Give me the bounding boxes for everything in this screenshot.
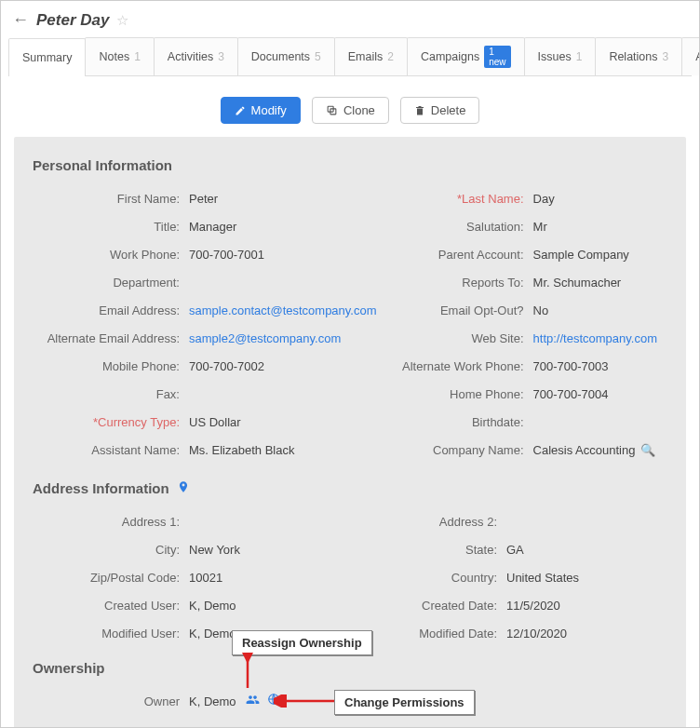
clone-button[interactable]: Clone: [312, 97, 389, 124]
favorite-star-icon[interactable]: ☆: [116, 12, 128, 29]
home-phone-value: 700-700-7004: [533, 387, 609, 401]
parent-account-value: Sample Company: [533, 248, 629, 262]
website-value[interactable]: http://testcompany.com: [533, 331, 657, 345]
tab-summary[interactable]: Summary: [8, 38, 86, 76]
salutation-value: Mr: [533, 220, 547, 234]
state-value: GA: [506, 543, 524, 557]
reports-to-value: Mr. Schumacher: [533, 276, 622, 290]
email-optout-label: Email Opt-Out?: [377, 303, 533, 317]
tab-documents[interactable]: Documents5: [237, 37, 335, 75]
alt-email-label: Alternate Email Address:: [33, 331, 189, 345]
tab-campaigns[interactable]: Campaigns1 new: [407, 37, 525, 75]
reports-to-label: Reports To:: [377, 276, 533, 290]
assistant-label: Assistant Name:: [33, 443, 189, 457]
zip-value: 10021: [189, 571, 222, 585]
action-bar: Modify Clone Delete: [1, 76, 699, 137]
owner-label: Owner: [33, 694, 189, 708]
tab-bar: Summary Notes1 Activities3 Documents5 Em…: [8, 37, 692, 76]
city-label: City:: [33, 543, 189, 557]
callout-permissions: Change Permissions: [334, 690, 475, 715]
birthdate-label: Birthdate:: [377, 415, 533, 429]
pencil-icon: [235, 105, 246, 116]
page-title: Peter Day: [36, 11, 109, 30]
zip-label: Zip/Postal Code:: [33, 571, 189, 585]
alt-email-value[interactable]: sample2@testcompany.com: [189, 331, 341, 345]
address1-label: Address 1:: [33, 515, 189, 529]
country-label: Country:: [350, 571, 506, 585]
title-label: Title:: [33, 220, 189, 234]
section-address-title: Address Information: [33, 480, 169, 496]
title-value: Manager: [189, 220, 236, 234]
parent-account-label: Parent Account:: [377, 248, 533, 262]
email-optout-value: No: [533, 303, 549, 317]
created-date-label: Created Date:: [350, 599, 506, 613]
country-value: United States: [506, 571, 579, 585]
city-value: New York: [189, 543, 240, 557]
last-name-value: Day: [533, 192, 555, 206]
tab-notes[interactable]: Notes1: [85, 37, 154, 75]
mobile-value: 700-700-7002: [189, 359, 264, 373]
section-personal-title: Personal Information: [33, 157, 667, 173]
email-value[interactable]: sample.contact@testcompany.com: [189, 303, 377, 317]
tab-issues[interactable]: Issues1: [524, 37, 597, 75]
modified-user-value: K, Demo: [189, 627, 236, 640]
section-ownership-title: Ownership: [33, 660, 667, 676]
created-date-value: 11/5/2020: [506, 599, 560, 613]
company-label: Company Name:: [377, 443, 533, 457]
website-label: Web Site:: [377, 331, 533, 345]
created-user-label: Created User:: [33, 599, 189, 613]
modified-date-value: 12/10/2020: [506, 627, 567, 640]
copy-icon: [326, 104, 338, 116]
arrow-reassign-icon: [238, 653, 257, 694]
mobile-label: Mobile Phone:: [33, 359, 189, 373]
fax-label: Fax:: [33, 387, 189, 401]
last-name-label: *Last Name:: [377, 192, 533, 206]
salutation-label: Salutation:: [377, 220, 533, 234]
company-value: Calesis Accounting: [533, 443, 636, 457]
tab-emails[interactable]: Emails2: [334, 37, 408, 75]
currency-value: US Dollar: [189, 415, 241, 429]
created-user-value: K, Demo: [189, 599, 236, 613]
alt-work-phone-value: 700-700-7003: [533, 359, 609, 373]
department-label: Department:: [33, 276, 189, 290]
modified-date-label: Modified Date:: [350, 627, 506, 640]
address2-label: Address 2:: [350, 515, 506, 529]
tab-relations[interactable]: Relations3: [595, 37, 682, 75]
company-search-icon[interactable]: 🔍: [640, 443, 655, 457]
arrow-permissions-icon: [274, 694, 339, 708]
delete-button[interactable]: Delete: [400, 97, 480, 124]
callout-reassign: Reassign Ownership: [232, 630, 372, 655]
back-arrow-icon[interactable]: ←: [12, 10, 29, 30]
state-label: State:: [350, 543, 506, 557]
owner-value: K, Demo: [189, 694, 236, 708]
work-phone-label: Work Phone:: [33, 248, 189, 262]
assistant-value: Ms. Elizabeth Black: [189, 443, 294, 457]
tab-activities[interactable]: Activities3: [154, 37, 238, 75]
modify-button[interactable]: Modify: [221, 97, 301, 124]
map-pin-icon[interactable]: [177, 480, 190, 496]
trash-icon: [414, 105, 425, 116]
email-label: Email Address:: [33, 303, 189, 317]
modified-user-label: Modified User:: [33, 627, 189, 640]
first-name-label: First Name:: [33, 192, 189, 206]
currency-label: *Currency Type:: [33, 415, 189, 429]
work-phone-value: 700-700-7001: [189, 248, 264, 262]
reassign-ownership-icon[interactable]: [246, 693, 260, 709]
tab-all[interactable]: All: [681, 37, 700, 75]
home-phone-label: Home Phone:: [377, 387, 533, 401]
alt-work-phone-label: Alternate Work Phone:: [377, 359, 533, 373]
first-name-value: Peter: [189, 192, 218, 206]
